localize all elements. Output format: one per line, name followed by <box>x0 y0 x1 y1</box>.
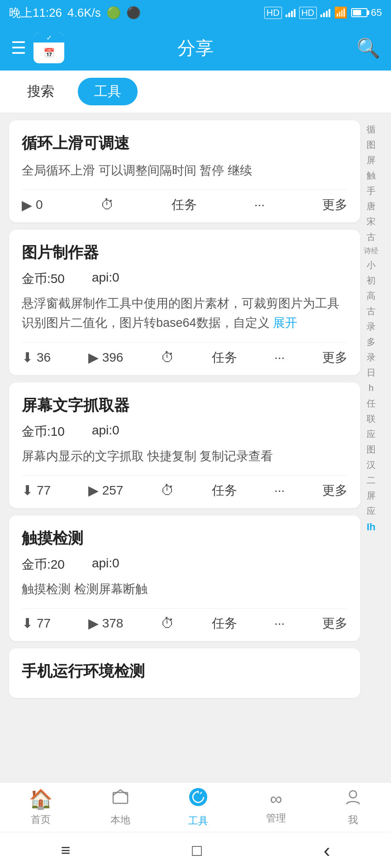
status-emoji1: 🟢 <box>106 6 121 20</box>
calendar-icon[interactable]: ✓ 📅 <box>33 33 64 63</box>
index-录[interactable]: 录 <box>367 319 376 334</box>
status-speed: 4.6K/s <box>67 6 101 20</box>
tab-bar: 搜索 工具 <box>0 71 391 113</box>
battery-pct: 65 <box>371 7 382 19</box>
card2-timer-btn[interactable]: ⏱ <box>161 350 174 365</box>
card2-expand-link[interactable]: 展开 <box>273 316 297 330</box>
index-汉[interactable]: 汉 <box>367 458 376 472</box>
index-诗经[interactable]: 诗经 <box>364 245 378 257</box>
manage-icon: ∞ <box>270 789 282 809</box>
index-h[interactable]: h <box>368 381 373 395</box>
index-bar: 循 图 屏 触 手 唐 宋 古 诗经 小 初 高 古 录 多 录 日 h 任 联… <box>360 120 382 796</box>
signal-icon <box>286 8 296 17</box>
index-唐[interactable]: 唐 <box>367 199 376 213</box>
index-录2[interactable]: 录 <box>367 350 376 364</box>
card2-download-btn[interactable]: ⬇ 36 <box>22 349 51 365</box>
index-图2[interactable]: 图 <box>367 442 376 457</box>
card3-more-dots-btn[interactable]: ··· <box>274 483 285 498</box>
card-text-capture: 屏幕文字抓取器 金币:10 api:0 屏幕内显示的文字抓取 快捷复制 复制记录… <box>9 382 360 508</box>
card5-title: 手机运行环境检测 <box>22 661 348 682</box>
timer-icon4: ⏱ <box>161 616 174 631</box>
index-多[interactable]: 多 <box>367 335 376 349</box>
menu-icon[interactable]: ☰ <box>11 38 26 58</box>
nav-manage[interactable]: ∞ 管理 <box>266 789 286 825</box>
hd-label2: HD <box>299 7 317 19</box>
tab-search[interactable]: 搜索 <box>11 78 71 105</box>
index-宋[interactable]: 宋 <box>367 214 376 229</box>
card3-task-btn[interactable]: 任务 <box>212 482 237 499</box>
index-触[interactable]: 触 <box>367 168 376 183</box>
sys-home-btn[interactable]: □ <box>192 841 202 860</box>
card2-more-dots-btn[interactable]: ··· <box>274 350 285 365</box>
card1-play-btn[interactable]: ▶ 0 <box>22 197 43 213</box>
calendar-body: 📅 <box>43 42 55 63</box>
main-content: 循环上滑可调速 全局循环上滑 可以调整间隔时间 暂停 继续 ▶ 0 ⏱ 任务 ·… <box>0 113 391 803</box>
card2-api: api:0 <box>92 270 119 288</box>
sys-menu-btn[interactable]: ≡ <box>61 841 70 860</box>
tools-icon <box>188 787 208 811</box>
status-right: HD HD 📶 65 <box>264 6 382 19</box>
nav-local[interactable]: 本地 <box>110 788 130 827</box>
card1-task-btn[interactable]: 任务 <box>172 196 197 213</box>
nav-tools[interactable]: 工具 <box>188 787 208 828</box>
index-古2[interactable]: 古 <box>367 304 376 318</box>
card4-more-dots-btn[interactable]: ··· <box>274 616 285 631</box>
card4-play-btn[interactable]: ▶ 378 <box>88 615 124 631</box>
card2-more-label-btn[interactable]: 更多 <box>322 349 348 366</box>
signal-icon2 <box>320 8 330 17</box>
card4-timer-btn[interactable]: ⏱ <box>161 616 174 631</box>
index-屏2[interactable]: 屏 <box>367 488 376 503</box>
tab-tools[interactable]: 工具 <box>78 78 138 105</box>
timer-icon3: ⏱ <box>161 483 174 498</box>
index-小[interactable]: 小 <box>367 258 376 272</box>
index-屏[interactable]: 屏 <box>367 153 376 167</box>
card2-title: 图片制作器 <box>22 242 348 263</box>
play-icon3: ▶ <box>88 482 99 498</box>
nav-me[interactable]: 我 <box>344 788 362 827</box>
index-高[interactable]: 高 <box>367 288 376 303</box>
search-icon[interactable]: 🔍 <box>357 37 380 59</box>
index-日[interactable]: 日 <box>367 365 376 380</box>
nav-me-label: 我 <box>348 813 358 827</box>
card4-title: 触摸检测 <box>22 528 348 549</box>
card2-play-btn[interactable]: ▶ 396 <box>88 349 124 365</box>
card4-download-btn[interactable]: ⬇ 77 <box>22 615 51 631</box>
card2-task-btn[interactable]: 任务 <box>212 349 237 366</box>
card4-task-btn[interactable]: 任务 <box>212 615 237 632</box>
status-bar: 晚上11:26 4.6K/s 🟢 ⚫ HD HD 📶 65 <box>0 0 391 25</box>
status-emoji2: ⚫ <box>126 6 141 20</box>
index-循[interactable]: 循 <box>367 122 376 137</box>
index-图[interactable]: 图 <box>367 137 376 152</box>
index-联[interactable]: 联 <box>367 411 376 426</box>
me-icon <box>344 788 362 811</box>
download-icon: ⬇ <box>22 349 33 365</box>
card-env-check: 手机运行环境检测 <box>9 648 360 698</box>
index-应[interactable]: 应 <box>367 427 376 441</box>
card1-timer-btn[interactable]: ⏱ <box>100 197 114 212</box>
index-手[interactable]: 手 <box>367 184 376 198</box>
card2-coins: 金币:50 <box>22 270 65 288</box>
card3-api: api:0 <box>92 423 119 440</box>
cards-area: 循环上滑可调速 全局循环上滑 可以调整间隔时间 暂停 继续 ▶ 0 ⏱ 任务 ·… <box>9 120 360 796</box>
index-任[interactable]: 任 <box>367 396 376 410</box>
index-二[interactable]: 二 <box>367 473 376 487</box>
nav-home[interactable]: 🏠 首页 <box>29 788 52 826</box>
sys-back-btn[interactable]: ‹ <box>324 839 330 862</box>
index-应2[interactable]: 应 <box>367 504 376 518</box>
card3-timer-btn[interactable]: ⏱ <box>161 483 174 498</box>
home-icon: 🏠 <box>29 788 52 810</box>
card1-more-btn[interactable]: ··· <box>254 198 265 212</box>
download-icon3: ⬇ <box>22 482 33 498</box>
card1-more-label-btn[interactable]: 更多 <box>322 196 348 213</box>
nav-local-label: 本地 <box>110 813 130 827</box>
card1-title: 循环上滑可调速 <box>22 133 348 154</box>
card3-download-btn[interactable]: ⬇ 77 <box>22 482 51 498</box>
nav-manage-label: 管理 <box>266 811 286 825</box>
index-古[interactable]: 古 <box>367 230 376 244</box>
status-time: 晚上11:26 <box>9 5 62 21</box>
nav-home-label: 首页 <box>31 813 51 826</box>
index-初[interactable]: 初 <box>367 273 376 288</box>
card3-more-label-btn[interactable]: 更多 <box>322 482 348 499</box>
card4-more-label-btn[interactable]: 更多 <box>322 615 348 632</box>
card3-play-btn[interactable]: ▶ 257 <box>88 482 124 498</box>
